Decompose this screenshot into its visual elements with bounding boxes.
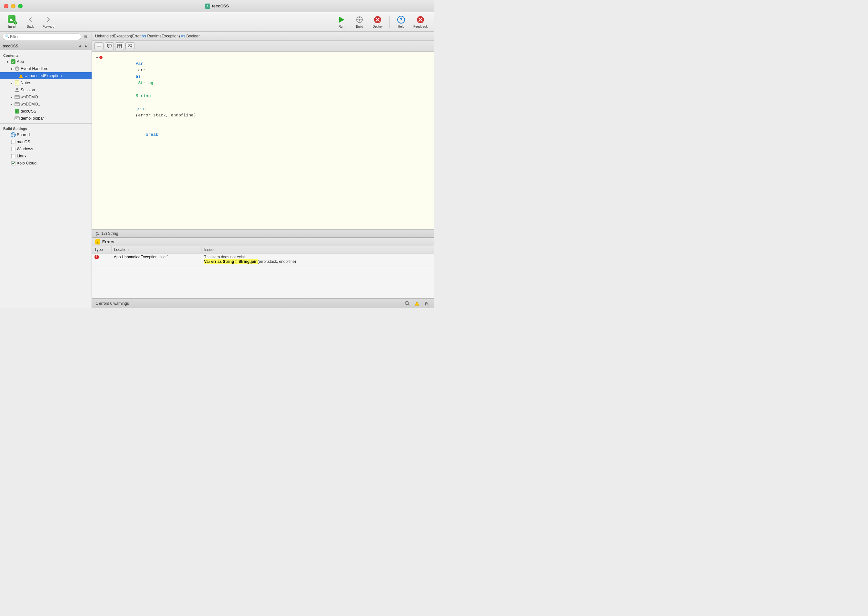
feedback-button[interactable]: Feedback <box>411 14 430 30</box>
feedback-label: Feedback <box>413 25 427 28</box>
forward-label: Forward <box>42 25 55 28</box>
notes-icon <box>14 80 20 85</box>
tree-item-shared[interactable]: Shared <box>0 131 91 138</box>
tree-item-notes[interactable]: Notes <box>0 79 91 86</box>
wpdemo1-disclosure[interactable] <box>9 102 14 106</box>
window-title: f teccCSS <box>205 3 229 9</box>
insert-icon: + <box>8 15 17 24</box>
bottom-panel-header: ! Errors <box>92 238 434 246</box>
search-status-button[interactable] <box>404 300 411 307</box>
col-type: Type <box>92 246 111 253</box>
wpdemo-disclosure[interactable] <box>9 96 14 99</box>
svg-rect-39 <box>11 154 15 158</box>
notes-disclosure[interactable] <box>9 81 14 85</box>
svg-rect-2 <box>10 20 13 21</box>
title-bar: f teccCSS <box>0 0 434 12</box>
tree-item-demotoolbar[interactable]: demoToolbar <box>0 115 91 122</box>
minimize-button[interactable] <box>11 4 16 8</box>
image-button[interactable] <box>126 42 135 50</box>
tree-item-session[interactable]: Session <box>0 86 91 94</box>
wpdemo-label: wpDEMO <box>20 95 38 99</box>
svg-line-54 <box>408 304 409 305</box>
shared-icon <box>11 132 16 137</box>
xojo-cloud-checkbox[interactable] <box>11 160 16 166</box>
run-button[interactable]: Run <box>333 14 350 30</box>
deploy-button[interactable]: Deploy <box>369 14 386 30</box>
notes-label: Notes <box>20 81 31 85</box>
svg-point-5 <box>359 19 361 20</box>
svg-point-24 <box>16 88 18 90</box>
nav-arrows[interactable]: ◂ ▸ <box>77 43 89 49</box>
rss-status-button[interactable] <box>423 300 430 307</box>
add-code-button[interactable] <box>94 42 104 50</box>
wpdemo1-label: wpDEMO1 <box>20 102 40 107</box>
sidebar-collapse-button[interactable]: ⊞ <box>84 34 89 39</box>
tree-item-wpdemo1[interactable]: wpDEMO1 <box>0 101 91 108</box>
filter-input[interactable] <box>3 33 81 40</box>
window-controls[interactable] <box>4 4 23 8</box>
tree-item-xojo-cloud[interactable]: Xojo Cloud <box>0 160 91 167</box>
demotoolbar-icon <box>14 116 20 121</box>
file-icon: f <box>205 3 210 9</box>
bottom-panel: ! Errors Type Location Issue <box>92 237 434 308</box>
error-location-cell: App.UnhandledException, line 1 <box>111 253 201 265</box>
build-button[interactable]: Build <box>351 14 368 30</box>
error-issue-cell: This item does not exist Var err as Stri… <box>201 253 434 265</box>
app-disclosure[interactable] <box>5 60 10 64</box>
tree-item-unhandled-exception[interactable]: ! UnhandledException <box>0 72 91 79</box>
svg-rect-49 <box>128 44 132 48</box>
sub-toolbar <box>92 41 434 52</box>
tree-item-macos[interactable]: macOS <box>0 138 91 145</box>
help-button[interactable]: ? Help <box>393 14 410 30</box>
nav-arrow-right[interactable]: ▸ <box>83 43 89 49</box>
type-string: String <box>136 81 154 85</box>
col-issue: Issue <box>201 246 434 253</box>
code-line-2: — break <box>96 125 430 145</box>
svg-point-50 <box>129 45 130 46</box>
col-location: Location <box>111 246 201 253</box>
sidebar: 🔍 ⊞ teccCSS ◂ ▸ Contents A <box>0 31 92 308</box>
comment-button[interactable] <box>105 42 114 50</box>
app-label: App <box>17 59 24 64</box>
tree-item-linux[interactable]: Linux <box>0 152 91 160</box>
forward-button[interactable]: Forward <box>40 14 57 30</box>
tree-item-windows[interactable]: Windows <box>0 145 91 152</box>
build-settings-label: Build Settings <box>0 125 91 131</box>
code-editor[interactable]: — Var err as String = String . join (err… <box>92 52 434 229</box>
deploy-icon <box>373 15 382 24</box>
xojo-cloud-label: Xojo Cloud <box>17 161 36 165</box>
svg-text:!: ! <box>417 303 418 306</box>
event-handlers-disclosure[interactable] <box>9 67 14 71</box>
windows-checkbox[interactable] <box>11 146 16 152</box>
error-row-1[interactable]: ! App.UnhandledException, line 1 This it… <box>92 253 434 265</box>
sidebar-header: 🔍 ⊞ <box>0 31 91 42</box>
warning-status-button[interactable]: ! <box>413 300 421 307</box>
back-button[interactable]: Back <box>22 14 39 30</box>
nav-arrow-left[interactable]: ◂ <box>77 43 83 49</box>
tree-item-tecccss[interactable]: T teccCSS <box>0 108 91 115</box>
macos-checkbox[interactable] <box>11 139 16 145</box>
errors-title: Errors <box>102 240 115 244</box>
contents-section-label: Contents <box>0 52 91 58</box>
svg-point-57 <box>425 304 426 305</box>
sidebar-project-row: teccCSS ◂ ▸ <box>0 42 91 50</box>
build-label: Build <box>356 25 363 28</box>
app-status-bar: 1 errors 0 warnings ! <box>92 298 434 308</box>
insert-button[interactable]: + Insert <box>4 14 20 30</box>
tree-item-event-handlers[interactable]: ⚙ Event Handlers <box>0 65 91 72</box>
breadcrumb-as1: As <box>141 34 146 38</box>
code-line-1: — Var err as String = String . join (err… <box>96 54 430 125</box>
close-button[interactable] <box>4 4 8 8</box>
tree-item-wpdemo[interactable]: wpDEMO <box>0 94 91 101</box>
run-icon <box>337 15 346 24</box>
filter-search-icon: 🔍 <box>5 35 10 39</box>
maximize-button[interactable] <box>18 4 23 8</box>
svg-text:?: ? <box>400 17 403 22</box>
tree-item-app[interactable]: A App <box>0 58 91 65</box>
linux-checkbox[interactable] <box>11 154 16 159</box>
deploy-label: Deploy <box>373 25 383 28</box>
svg-rect-38 <box>11 147 15 151</box>
table-button[interactable] <box>115 42 124 50</box>
event-handlers-label: Event Handlers <box>20 66 48 71</box>
toolbar: + Insert Back Forward Run <box>0 12 434 31</box>
